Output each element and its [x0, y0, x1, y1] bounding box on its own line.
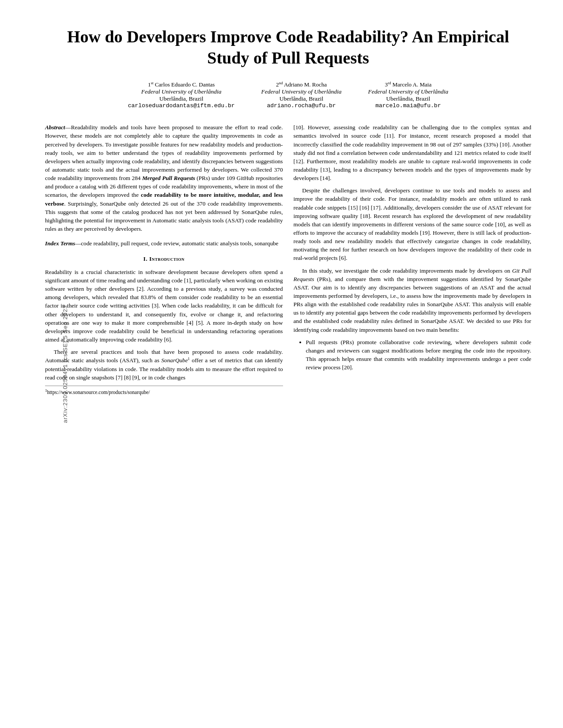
- author-2-affil: Federal University of Uberlândia: [261, 88, 342, 95]
- author-2: 2nd Adriano M. Rocha Federal University …: [261, 81, 342, 109]
- author-3-order: 3rd Marcelo A. Maia: [368, 81, 448, 88]
- abstract-block: Abstract—Readability models and tools ha…: [45, 123, 283, 233]
- authors-row: 1st Carlos Eduardo C. Dantas Federal Uni…: [32, 81, 531, 109]
- author-1-affil: Federal University of Uberlândia: [128, 88, 235, 95]
- bullet-item-1: Pull requests (PRs) promote collaborativ…: [306, 338, 532, 372]
- section-i-heading: I. Introduction: [45, 255, 283, 263]
- col-right: [10]. However, assessing code readabilit…: [294, 123, 532, 396]
- right-para-2: Despite the challenges involved, develop…: [294, 186, 532, 262]
- index-terms-text: Index Terms—code readability, pull reque…: [45, 239, 283, 248]
- author-1: 1st Carlos Eduardo C. Dantas Federal Uni…: [128, 81, 235, 109]
- author-2-location: Uberlândia, Brazil: [261, 95, 342, 102]
- index-terms-label: Index Terms: [45, 240, 75, 247]
- right-para-1: [10]. However, assessing code readabilit…: [294, 123, 532, 182]
- author-1-email: carloseduardodantas@iftm.edu.br: [128, 102, 235, 109]
- two-col-body: Abstract—Readability models and tools ha…: [32, 123, 531, 396]
- intro-para-1: Readability is a crucial characteristic …: [45, 268, 283, 344]
- bullet-list: Pull requests (PRs) promote collaborativ…: [299, 338, 532, 372]
- author-1-order: 1st Carlos Eduardo C. Dantas: [128, 81, 235, 88]
- author-2-order: 2nd Adriano M. Rocha: [261, 81, 342, 88]
- right-para-3: In this study, we investigate the code r…: [294, 266, 532, 334]
- author-3-email: marcelo.maia@ufu.br: [368, 102, 448, 109]
- author-3: 3rd Marcelo A. Maia Federal University o…: [368, 81, 448, 109]
- abstract-label: Abstract: [45, 124, 65, 131]
- title-section: How do Developers Improve Code Readabili…: [32, 26, 531, 68]
- arxiv-watermark: arXiv:2309.02594v1 [cs.SE] 5 Sep 2023: [62, 305, 68, 423]
- author-3-location: Uberlândia, Brazil: [368, 95, 448, 102]
- col-left: Abstract—Readability models and tools ha…: [45, 123, 283, 396]
- intro-para-2: There are several practices and tools th…: [45, 348, 283, 382]
- abstract-content: —Readability models and tools have been …: [45, 124, 283, 232]
- page: arXiv:2309.02594v1 [cs.SE] 5 Sep 2023 Ho…: [0, 0, 563, 728]
- author-1-location: Uberlândia, Brazil: [128, 95, 235, 102]
- abstract-text: Abstract—Readability models and tools ha…: [45, 123, 283, 233]
- author-2-email: adriano.rocha@ufu.br: [261, 102, 342, 109]
- author-3-affil: Federal University of Uberlândia: [368, 88, 448, 95]
- index-terms: Index Terms—code readability, pull reque…: [45, 239, 283, 248]
- footnote-1: 1https://www.sonarsource.com/products/so…: [45, 386, 283, 396]
- paper-title: How do Developers Improve Code Readabili…: [45, 26, 531, 68]
